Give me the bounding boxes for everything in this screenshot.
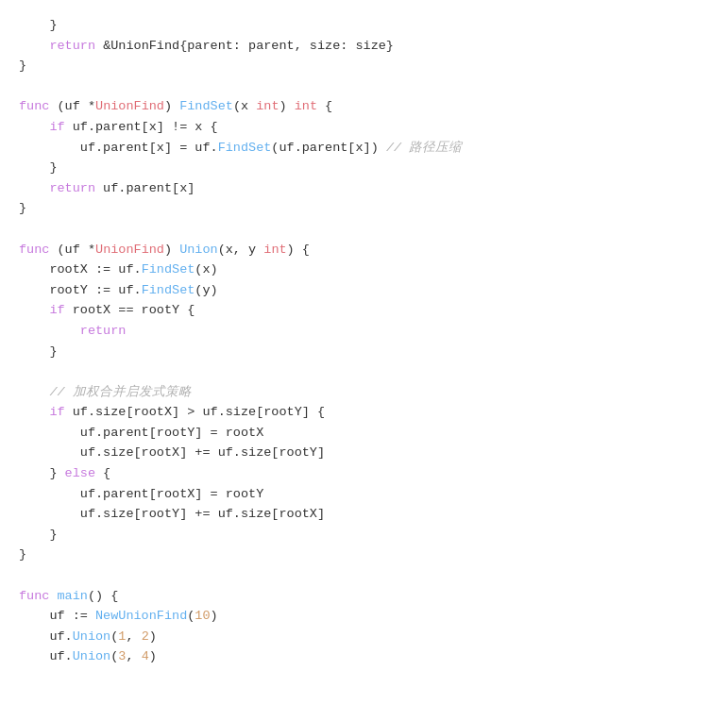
code-line: } [19, 525, 709, 545]
code-line: } [19, 56, 709, 76]
code-line: rootY := uf.FindSet(y) [19, 280, 709, 301]
code-line: uf.Union(1, 2) [19, 627, 709, 647]
code-line: uf.size[rootY] += uf.size[rootX] [19, 504, 709, 525]
code-line: func (uf *UnionFind) FindSet(x int) int … [19, 96, 709, 117]
code-line: uf.Union(3, 4) [19, 646, 709, 667]
code-line: if uf.parent[x] != x { [19, 117, 709, 138]
code-line: } [19, 342, 709, 362]
code-line: // 加权合并启发式策略 [19, 382, 709, 403]
code-line [19, 76, 709, 97]
code-line: } [19, 545, 709, 565]
code-line [19, 219, 709, 240]
code-line [19, 565, 709, 586]
code-line: } [19, 15, 709, 36]
code-line: uf.parent[rootX] = rootY [19, 484, 709, 505]
code-container: } return &UnionFind{parent: parent, size… [0, 0, 728, 721]
code-line: return uf.parent[x] [19, 178, 709, 199]
code-line: uf.parent[rootY] = rootX [19, 423, 709, 444]
code-line: func main() { [19, 586, 709, 607]
code-line: uf.parent[x] = uf.FindSet(uf.parent[x]) … [19, 138, 709, 159]
code-line: uf := NewUnionFind(10) [19, 606, 709, 627]
code-line: if rootX == rootY { [19, 300, 709, 321]
code-line: } else { [19, 463, 709, 484]
code-line: } [19, 158, 709, 178]
code-line: return &UnionFind{parent: parent, size: … [19, 36, 709, 57]
code-line [19, 361, 709, 382]
code-line: if uf.size[rootX] > uf.size[rootY] { [19, 402, 709, 423]
code-line: uf.size[rootX] += uf.size[rootY] [19, 443, 709, 463]
code-line: return [19, 321, 709, 342]
code-line: rootX := uf.FindSet(x) [19, 260, 709, 280]
code-line: func (uf *UnionFind) Union(x, y int) { [19, 240, 709, 260]
code-line: } [19, 198, 709, 219]
